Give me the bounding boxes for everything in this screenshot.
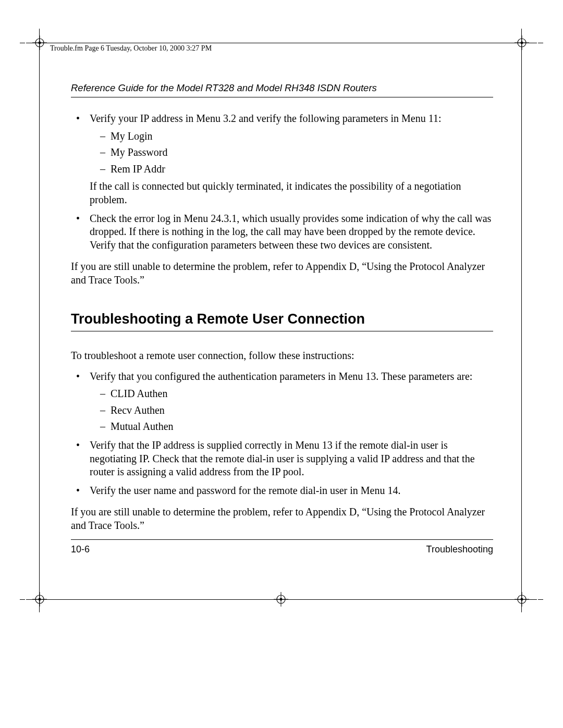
paragraph: To troubleshoot a remote user connection… — [71, 349, 493, 363]
section-heading: Troubleshooting a Remote User Connection — [71, 310, 493, 332]
list-item: Verify the user name and password for th… — [71, 484, 493, 498]
list-item: My Login — [90, 130, 493, 143]
list-item: Verify that you configured the authentic… — [71, 370, 493, 434]
bullet-list: Verify your IP address in Menu 3.2 and v… — [71, 112, 493, 252]
crop-tick — [538, 43, 543, 43]
registration-mark-icon — [274, 592, 288, 607]
paragraph: If you are still unable to determine the… — [71, 505, 493, 532]
page: Trouble.fm Page 6 Tuesday, October 10, 2… — [0, 0, 563, 728]
registration-mark-icon — [515, 35, 529, 50]
crop-line-top — [26, 43, 537, 43]
list-item: Verify that the IP address is supplied c… — [71, 439, 493, 479]
body-text: Verify your IP address in Menu 3.2 and v… — [71, 112, 493, 533]
crop-line-left — [39, 29, 40, 612]
registration-mark-icon — [32, 35, 47, 50]
crop-line-right — [521, 29, 522, 612]
list-item: Recv Authen — [90, 404, 493, 417]
page-content: Reference Guide for the Model RT328 and … — [71, 82, 493, 533]
list-item-text: Verify that you configured the authentic… — [90, 371, 472, 382]
list-item: Mutual Authen — [90, 420, 493, 434]
dash-list: CLID Authen Recv Authen Mutual Authen — [90, 387, 493, 434]
dash-list: My Login My Password Rem IP Addr — [90, 130, 493, 176]
list-item-continuation: If the call is connected but quickly ter… — [90, 180, 493, 206]
crop-tick — [20, 43, 25, 43]
framemaker-header: Trouble.fm Page 6 Tuesday, October 10, 2… — [50, 44, 212, 53]
paragraph: If you are still unable to determine the… — [71, 260, 493, 287]
crop-tick — [20, 599, 25, 600]
page-number: 10-6 — [71, 544, 90, 555]
list-item: My Password — [90, 146, 493, 159]
bullet-list: Verify that you configured the authentic… — [71, 370, 493, 498]
registration-mark-icon — [515, 592, 529, 607]
list-item: Check the error log in Menu 24.3.1, whic… — [71, 212, 493, 252]
list-item: Rem IP Addr — [90, 163, 493, 176]
registration-mark-icon — [32, 592, 47, 607]
page-footer: 10-6 Troubleshooting — [71, 539, 493, 555]
list-item-text: Verify your IP address in Menu 3.2 and v… — [90, 113, 441, 124]
list-item: Verify your IP address in Menu 3.2 and v… — [71, 112, 493, 207]
crop-tick — [538, 599, 543, 600]
running-header: Reference Guide for the Model RT328 and … — [71, 82, 493, 97]
footer-section-name: Troubleshooting — [426, 544, 493, 555]
list-item: CLID Authen — [90, 387, 493, 401]
